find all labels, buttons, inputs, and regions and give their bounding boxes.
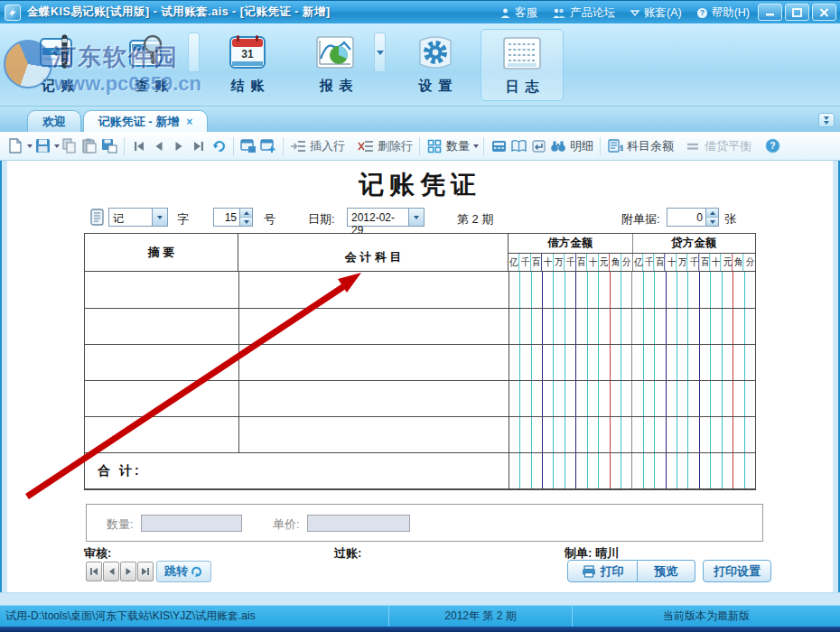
print-button[interactable]: 打印: [567, 560, 638, 582]
summary-cell[interactable]: [85, 417, 238, 452]
voucher-row[interactable]: [85, 380, 755, 416]
voucher-row[interactable]: [85, 416, 755, 452]
save-voucher-icon[interactable]: [238, 136, 258, 156]
voucher-row[interactable]: [85, 272, 755, 308]
delete-row-icon[interactable]: [356, 136, 376, 156]
summary-cell[interactable]: [85, 309, 238, 344]
digit-cell: [700, 453, 711, 488]
toolbar-closing-button[interactable]: 31 结账: [206, 29, 289, 101]
last-record-icon[interactable]: [189, 136, 209, 156]
digit-cell: [632, 453, 643, 488]
tab-welcome[interactable]: 欢迎: [27, 110, 81, 132]
add-voucher-icon[interactable]: [258, 136, 278, 156]
refresh-icon[interactable]: [209, 136, 229, 156]
toolbar-bookkeeping-label: 记账: [35, 78, 80, 95]
toolbar-reports-button[interactable]: 报表: [294, 29, 378, 101]
last-voucher-button[interactable]: [137, 562, 154, 581]
account-cell[interactable]: [238, 417, 509, 452]
maximize-button[interactable]: [785, 4, 809, 21]
date-select[interactable]: 2012-02-29: [347, 208, 425, 227]
digit-cell: [688, 309, 699, 344]
new-voucher-icon[interactable]: [5, 136, 25, 156]
voucher-number-stepper[interactable]: 15: [213, 208, 253, 227]
jump-button[interactable]: 跳转: [156, 561, 211, 582]
close-button[interactable]: [812, 4, 836, 21]
toolbar-bookkeeping-button[interactable]: 记账: [16, 29, 99, 101]
menu-customer-service[interactable]: 客服: [499, 5, 537, 21]
subject-balance-icon[interactable]: $: [605, 136, 625, 156]
quantity-input[interactable]: [141, 515, 242, 532]
window-title: 金蝶KIS易记账[试用版] - 试用账套.ais - [记账凭证 - 新增]: [27, 5, 331, 20]
ledger-magnifier-icon: [128, 29, 175, 76]
menu-help[interactable]: ? 帮助(H): [696, 5, 750, 21]
minimize-button[interactable]: [758, 4, 782, 21]
account-cell[interactable]: [238, 272, 509, 308]
ledger-book-icon[interactable]: [509, 136, 528, 156]
check-accounts-split-button[interactable]: [188, 33, 200, 72]
debit-cell[interactable]: [509, 309, 632, 344]
previous-voucher-button[interactable]: [103, 562, 119, 581]
first-record-icon[interactable]: [129, 136, 149, 156]
price-input[interactable]: [307, 515, 410, 532]
previous-record-icon[interactable]: [149, 136, 169, 156]
debit-cell[interactable]: [509, 381, 632, 416]
next-voucher-button[interactable]: [120, 562, 136, 581]
chevron-down-icon[interactable]: [473, 144, 479, 148]
tab-voucher-new[interactable]: 记账凭证 - 新增 ×: [83, 110, 208, 132]
reports-dropdown-button[interactable]: [374, 33, 386, 72]
credit-cell[interactable]: [631, 345, 755, 380]
digit-cell: [611, 345, 621, 380]
enter-icon[interactable]: [528, 136, 548, 156]
insert-row-label[interactable]: 插入行: [310, 138, 345, 154]
quantity-label[interactable]: 数量: [446, 138, 470, 154]
account-cell[interactable]: [238, 381, 509, 416]
chevron-down-icon[interactable]: [408, 209, 424, 226]
menu-account-set[interactable]: 账套(A): [630, 5, 682, 21]
credit-cell[interactable]: [631, 417, 755, 452]
toolbar-separator: [124, 137, 125, 155]
tab-list-button[interactable]: [818, 113, 835, 127]
debit-cell[interactable]: [509, 272, 632, 308]
save-as-icon[interactable]: [99, 136, 119, 156]
paste-icon[interactable]: [79, 136, 99, 156]
tab-close-icon[interactable]: ×: [186, 116, 192, 127]
summary-cell[interactable]: [85, 345, 238, 380]
toolbar-check-accounts-button[interactable]: 查账: [110, 29, 193, 101]
first-voucher-button[interactable]: [86, 562, 102, 581]
voucher-row[interactable]: [85, 308, 755, 344]
attachment-stepper[interactable]: 0: [667, 208, 719, 227]
debit-cell[interactable]: [509, 417, 632, 452]
voucher-word-select[interactable]: 记: [108, 208, 168, 227]
preview-button[interactable]: 预览: [638, 560, 695, 582]
toolbar-log-button[interactable]: 日志: [481, 29, 564, 101]
credit-cell[interactable]: [631, 309, 755, 344]
spin-up-icon[interactable]: [240, 209, 252, 218]
copy-icon[interactable]: [60, 136, 79, 156]
quantity-icon[interactable]: [425, 136, 444, 156]
spin-down-icon[interactable]: [240, 218, 252, 226]
delete-row-label[interactable]: 删除行: [378, 138, 413, 154]
credit-cell[interactable]: [631, 381, 755, 416]
next-record-icon[interactable]: [169, 136, 189, 156]
credit-cell[interactable]: [631, 272, 755, 308]
account-cell[interactable]: [238, 309, 509, 344]
toolbar-settings-button[interactable]: 设置: [394, 29, 477, 101]
save-icon[interactable]: [33, 136, 52, 156]
summary-cell[interactable]: [85, 272, 238, 308]
spin-down-icon[interactable]: [706, 218, 718, 226]
subject-balance-label[interactable]: 科目余额: [627, 138, 674, 154]
note-icon[interactable]: [90, 209, 104, 228]
insert-row-icon[interactable]: [288, 136, 308, 156]
detail-label[interactable]: 明细: [570, 138, 593, 154]
print-settings-button[interactable]: 打印设置: [703, 560, 771, 582]
binoculars-icon[interactable]: [548, 136, 568, 156]
summary-cell[interactable]: [85, 381, 238, 416]
menu-product-forum[interactable]: 产品论坛: [552, 5, 615, 21]
chevron-down-icon[interactable]: [152, 209, 167, 226]
voucher-row[interactable]: [85, 344, 755, 380]
spin-up-icon[interactable]: [706, 209, 718, 218]
debit-cell[interactable]: [509, 345, 632, 380]
help-icon[interactable]: ?: [762, 136, 782, 156]
account-cell[interactable]: [238, 345, 509, 380]
calculator-icon[interactable]: [489, 136, 509, 156]
